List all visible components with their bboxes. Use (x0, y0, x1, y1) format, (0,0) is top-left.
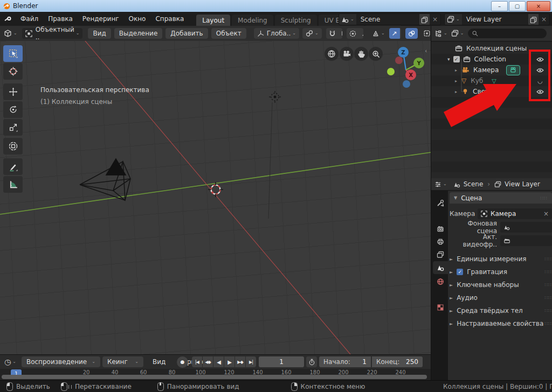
record-button[interactable]: ● (177, 356, 188, 368)
viewport-3d[interactable]: Пользовательская перспектива (1) Коллекц… (0, 41, 431, 354)
collection-checkbox[interactable]: ✓ (453, 56, 460, 62)
panel-units[interactable]: ►Единицы измерения∷∷ (450, 253, 552, 265)
panel-audio[interactable]: ►Аудио∷∷ (450, 292, 552, 304)
toggle-camera-view-button[interactable] (340, 47, 354, 61)
snap-with-dropdown[interactable]: ⌄ (339, 28, 342, 39)
menu-view[interactable]: Вид (88, 28, 111, 39)
tab-layout[interactable]: Layout (196, 15, 230, 26)
row-light[interactable]: ▸ Свет (455, 86, 504, 97)
tool-transform[interactable] (3, 138, 23, 155)
outliner-search-input[interactable] (468, 29, 547, 38)
tool-measure[interactable] (3, 176, 23, 193)
menu-render[interactable]: Рендеринг (78, 13, 124, 25)
navigation-gizmo[interactable]: Z Y X (377, 46, 431, 94)
proportional-editing-icon[interactable] (347, 28, 359, 39)
editor-type-timeline-icon[interactable]: ◷ ⌄ (4, 358, 16, 366)
camera-field[interactable]: Камера × (478, 208, 552, 219)
tab-texture[interactable] (433, 301, 448, 314)
visibility-dropdown[interactable]: ⌄ (372, 30, 385, 37)
gravity-checkbox[interactable]: ✓ (457, 269, 463, 275)
view-layer-selector[interactable]: ⌄ View Layer × (444, 13, 550, 25)
expand-icon[interactable]: ▾ (447, 57, 450, 62)
show-gizmo-toggle[interactable]: ↗ (389, 28, 400, 39)
tab-render[interactable] (433, 222, 448, 235)
current-frame-field[interactable]: 1 (259, 356, 304, 367)
play-button[interactable]: ▶ (224, 356, 234, 367)
panel-keying-sets[interactable]: ►Ключевые наборы∷∷ (450, 279, 552, 291)
keying-dropdown[interactable]: Кеинг⌄ (102, 356, 143, 367)
tab-scene[interactable] (433, 261, 448, 274)
tool-rotate[interactable] (3, 101, 23, 118)
menu-object[interactable]: Объект (211, 28, 246, 39)
scene-copy-icon[interactable] (419, 14, 430, 25)
tab-output[interactable] (433, 235, 448, 248)
jump-to-start-button[interactable]: |◀ (192, 356, 202, 367)
pan-view-button[interactable] (354, 47, 368, 61)
tab-sculpting[interactable]: Sculpting (275, 15, 317, 26)
view-layer-icon[interactable]: ⌄ (445, 14, 462, 25)
view-layer-name[interactable]: View Layer (462, 14, 528, 25)
tab-tool[interactable] (433, 197, 448, 209)
breadcrumb-view-layer[interactable]: View Layer (494, 180, 540, 188)
timeline-scrollbar[interactable] (2, 375, 427, 379)
blender-menu-logo-icon[interactable] (4, 15, 12, 23)
tool-move[interactable] (3, 83, 23, 100)
frame-end-field[interactable]: Конец:250 (372, 356, 423, 367)
tool-cursor[interactable] (3, 63, 23, 80)
panel-gravity[interactable]: ► ✓ Гравитация∷∷ (450, 266, 552, 278)
show-overlays-toggle[interactable] (405, 28, 418, 39)
tool-annotate[interactable] (3, 158, 23, 175)
editor-type-outliner-icon[interactable]: ⌄ (434, 30, 447, 37)
timeline-menu-view[interactable]: Вид (148, 356, 170, 368)
row-collection[interactable]: ▾ ✓ Collection (447, 54, 506, 65)
row-scene-collection[interactable]: Коллекция сцены (455, 43, 527, 54)
menu-add[interactable]: Добавить (165, 28, 208, 39)
panel-custom-properties[interactable]: ►Настраиваемые свойства∷∷ (450, 318, 552, 330)
tab-world[interactable] (433, 275, 448, 288)
editor-type-properties-icon[interactable]: ⌄ (434, 181, 447, 188)
outliner-filter-icon[interactable]: ⌄ (451, 30, 464, 37)
magnet-icon[interactable] (326, 28, 339, 39)
scene-selector[interactable]: ⌄ Scene × (339, 13, 441, 25)
minimize-button[interactable]: – (491, 1, 508, 11)
maximize-button[interactable]: ▢ (509, 1, 526, 11)
scene-unlink-icon[interactable]: × (430, 14, 440, 25)
menu-window[interactable]: Окно (124, 13, 151, 25)
scene-name[interactable]: Scene (356, 14, 419, 25)
mode-dropdown[interactable]: Объектный .. ⌄ (22, 28, 83, 39)
menu-select[interactable]: Выделение (114, 28, 162, 39)
row-camera[interactable]: ▸ Камера (455, 65, 520, 75)
clear-camera-icon[interactable]: × (543, 210, 549, 218)
prev-keyframe-button[interactable]: ◀◆ (203, 356, 213, 367)
xray-toggle[interactable] (423, 30, 431, 37)
tool-select-box[interactable] (3, 45, 23, 62)
falloff-dropdown[interactable]: ⌄ (359, 28, 363, 39)
jump-to-end-button[interactable]: ▶| (246, 356, 256, 367)
tool-scale[interactable] (3, 119, 23, 136)
scene-icon[interactable]: ⌄ (339, 14, 356, 25)
view-layer-remove-icon[interactable]: × (539, 14, 549, 25)
eye-light[interactable] (535, 86, 545, 97)
eye-camera[interactable] (535, 65, 545, 75)
breadcrumb-scene[interactable]: Scene (453, 180, 484, 188)
background-scene-field[interactable] (500, 222, 552, 233)
playback-dropdown[interactable]: Воспроизведение⌄ (22, 356, 100, 367)
toggle-perspective-button[interactable] (325, 47, 339, 61)
menu-edit[interactable]: Правка (43, 13, 78, 25)
use-preview-range-button[interactable] (306, 356, 317, 367)
timeline-ruler[interactable]: 20 40 60 80 100 120 140 160 180 200 220 … (0, 369, 431, 381)
panel-rigid-body-world[interactable]: ►Среда твёрдых тел∷∷ (450, 305, 552, 317)
camera-data-icon[interactable] (506, 65, 520, 75)
transform-orientation-dropdown[interactable]: Глоба.. ⌄ (254, 28, 299, 39)
scene-panel-header[interactable]: ▼ Сцена ∷∷ (450, 192, 552, 204)
tab-modeling[interactable]: Modeling (232, 15, 273, 26)
pivot-point-dropdown[interactable]: ⌄ (302, 28, 322, 39)
tab-view-layer[interactable] (433, 248, 448, 261)
editor-type-3d-viewport-icon[interactable]: ⌄ (4, 30, 17, 38)
menu-help[interactable]: Справка (150, 13, 189, 25)
mesh-data-icon[interactable]: ▽ (492, 78, 496, 85)
view-layer-copy-icon[interactable] (528, 14, 539, 25)
next-keyframe-button[interactable]: ▶◆ (235, 356, 245, 367)
row-cube[interactable]: ▸ ▽ Куб ▽ (455, 75, 496, 86)
gizmo-dropdown[interactable]: ⌄ (400, 28, 401, 39)
